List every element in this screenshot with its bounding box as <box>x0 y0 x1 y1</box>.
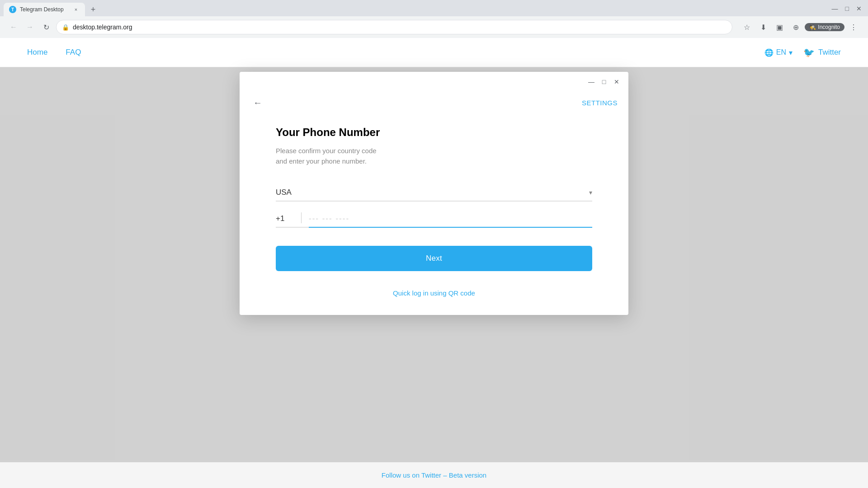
dialog-title: Your Phone Number <box>276 126 592 139</box>
globe-icon: 🌐 <box>764 48 774 57</box>
tab-close-button[interactable]: × <box>72 6 80 13</box>
dialog-close-button[interactable]: ✕ <box>612 77 621 86</box>
qr-login-link[interactable]: Quick log in using QR code <box>276 289 592 297</box>
window-minimize-button[interactable]: — <box>829 4 841 13</box>
twitter-icon: 🐦 <box>803 47 815 58</box>
url-bar[interactable]: 🔒 desktop.telegram.org <box>56 20 732 34</box>
reload-icon: ↻ <box>43 23 49 32</box>
star-button[interactable]: ☆ <box>740 20 754 34</box>
phone-divider <box>301 212 302 223</box>
incognito-icon: 🕵 <box>809 24 816 30</box>
nav-faq-link[interactable]: FAQ <box>66 48 81 57</box>
browser-chrome: T Telegram Desktop × + — □ ✕ ← → ↻ 🔒 des… <box>0 0 868 38</box>
forward-button[interactable]: → <box>24 21 36 33</box>
lock-icon: 🔒 <box>62 24 69 31</box>
star-icon: ☆ <box>744 23 750 32</box>
language-label: EN <box>776 48 786 56</box>
dialog-subtitle: Please confirm your country code and ent… <box>276 146 592 166</box>
incognito-badge: 🕵 Incognito <box>805 23 844 31</box>
active-tab[interactable]: T Telegram Desktop × <box>4 3 85 16</box>
window-controls: — □ ✕ <box>829 4 864 15</box>
phone-input-row: +1 <box>276 211 592 228</box>
tab-favicon: T <box>9 6 16 13</box>
window-close-button[interactable]: ✕ <box>854 4 864 13</box>
back-button[interactable]: ← <box>250 95 265 110</box>
forward-icon: → <box>26 23 33 31</box>
url-text: desktop.telegram.org <box>73 23 726 31</box>
site-header: Home FAQ 🌐 EN ▾ 🐦 Twitter <box>0 38 868 67</box>
settings-button[interactable]: SETTINGS <box>582 99 618 107</box>
tab-search-icon: ▣ <box>776 23 783 32</box>
back-button[interactable]: ← <box>7 21 20 33</box>
country-chevron-icon: ▾ <box>589 189 592 196</box>
page-footer[interactable]: Follow us on Twitter – Beta version <box>0 462 868 488</box>
profile-button[interactable]: ⊕ <box>788 20 803 34</box>
dialog-titlebar: — □ ✕ <box>240 72 628 92</box>
reload-button[interactable]: ↻ <box>40 21 52 33</box>
nav-home-link[interactable]: Home <box>27 48 47 57</box>
phone-number-input[interactable] <box>309 211 592 228</box>
subtitle-line2: and enter your phone number. <box>276 157 367 165</box>
dialog: — □ ✕ ← SETTINGS Your Phone Number Pleas… <box>240 72 628 315</box>
tab-bar: T Telegram Desktop × + — □ ✕ <box>0 0 868 16</box>
next-button[interactable]: Next <box>276 246 592 271</box>
country-name: USA <box>276 188 292 197</box>
site-main: — □ ✕ ← SETTINGS Your Phone Number Pleas… <box>0 67 868 462</box>
dialog-maximize-button[interactable]: □ <box>599 77 609 86</box>
language-selector[interactable]: 🌐 EN ▾ <box>764 48 793 57</box>
incognito-label: Incognito <box>818 24 840 30</box>
address-bar: ← → ↻ 🔒 desktop.telegram.org ☆ ⬇ ▣ ⊕ <box>0 16 868 38</box>
tab-title: Telegram Desktop <box>20 6 69 13</box>
country-code: +1 <box>276 211 294 227</box>
toolbar-icons: ☆ ⬇ ▣ ⊕ 🕵 Incognito ⋮ <box>740 20 861 34</box>
back-arrow-icon: ← <box>253 98 262 108</box>
new-tab-button[interactable]: + <box>87 3 99 16</box>
footer-text: Follow us on Twitter – Beta version <box>382 471 486 479</box>
twitter-label: Twitter <box>818 48 841 57</box>
subtitle-line1: Please confirm your country code <box>276 147 377 155</box>
dialog-overlay: — □ ✕ ← SETTINGS Your Phone Number Pleas… <box>0 67 868 462</box>
window-maximize-button[interactable]: □ <box>843 4 852 13</box>
profile-icon: ⊕ <box>793 23 799 32</box>
download-icon: ⬇ <box>760 23 766 32</box>
dialog-header: ← SETTINGS <box>240 92 628 117</box>
lang-chevron-icon: ▾ <box>789 48 793 57</box>
site-nav: Home FAQ <box>27 48 764 57</box>
site-header-right: 🌐 EN ▾ 🐦 Twitter <box>764 47 841 58</box>
tab-search-button[interactable]: ▣ <box>772 20 787 34</box>
page-content: Home FAQ 🌐 EN ▾ 🐦 Twitter — □ ✕ <box>0 38 868 488</box>
back-icon: ← <box>10 23 17 31</box>
download-button[interactable]: ⬇ <box>756 20 770 34</box>
dialog-body: Your Phone Number Please confirm your co… <box>240 117 628 297</box>
country-selector[interactable]: USA ▾ <box>276 184 592 202</box>
dialog-minimize-button[interactable]: — <box>587 77 596 86</box>
twitter-link[interactable]: 🐦 Twitter <box>803 47 841 58</box>
menu-button[interactable]: ⋮ <box>846 20 861 34</box>
menu-icon: ⋮ <box>850 23 857 32</box>
